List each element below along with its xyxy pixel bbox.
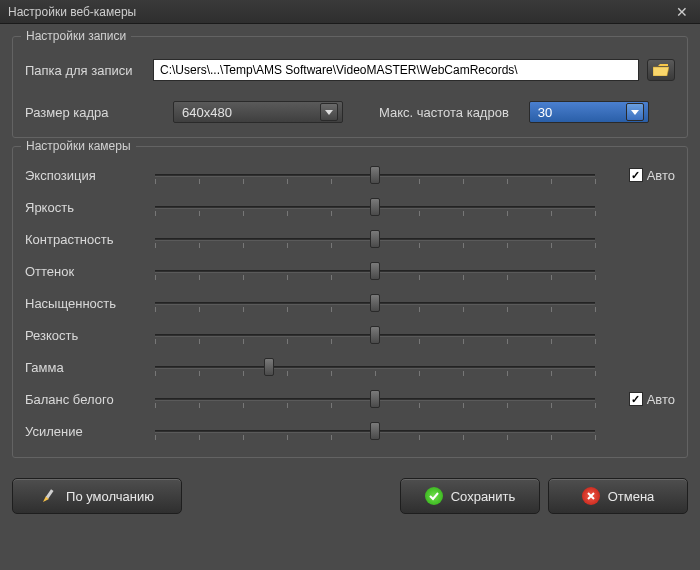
- frame-size-label: Размер кадра: [25, 105, 153, 120]
- slider-label: Усиление: [25, 424, 155, 439]
- auto-checkbox[interactable]: [629, 168, 643, 182]
- auto-label: Авто: [647, 392, 675, 407]
- save-label: Сохранить: [451, 489, 516, 504]
- slider[interactable]: [155, 323, 595, 347]
- camera-group-title: Настройки камеры: [21, 139, 136, 153]
- slider[interactable]: [155, 259, 595, 283]
- folder-label: Папка для записи: [25, 63, 153, 78]
- chevron-down-icon: [320, 103, 338, 121]
- slider[interactable]: [155, 227, 595, 251]
- recording-group-title: Настройки записи: [21, 29, 131, 43]
- slider[interactable]: [155, 291, 595, 315]
- chevron-down-icon: [626, 103, 644, 121]
- slider-label: Гамма: [25, 360, 155, 375]
- slider-row: Резкость: [25, 319, 675, 351]
- slider-thumb[interactable]: [370, 198, 380, 216]
- frame-size-value: 640x480: [182, 105, 232, 120]
- auto-checkbox[interactable]: [629, 392, 643, 406]
- frame-size-select[interactable]: 640x480: [173, 101, 343, 123]
- slider-thumb[interactable]: [370, 390, 380, 408]
- defaults-label: По умолчанию: [66, 489, 154, 504]
- brush-icon: [40, 487, 58, 505]
- svg-rect-0: [46, 489, 54, 498]
- check-icon: [425, 487, 443, 505]
- fps-label: Макс. частота кадров: [379, 105, 509, 120]
- close-icon[interactable]: ✕: [672, 4, 692, 20]
- window-title: Настройки веб-камеры: [8, 5, 136, 19]
- slider-thumb[interactable]: [370, 326, 380, 344]
- save-button[interactable]: Сохранить: [400, 478, 540, 514]
- slider-thumb[interactable]: [370, 230, 380, 248]
- slider-row: Насыщенность: [25, 287, 675, 319]
- slider-label: Яркость: [25, 200, 155, 215]
- cancel-button[interactable]: Отмена: [548, 478, 688, 514]
- recording-settings-group: Настройки записи Папка для записи Размер…: [12, 36, 688, 138]
- slider-label: Баланс белого: [25, 392, 155, 407]
- fps-value: 30: [538, 105, 552, 120]
- slider-row: Яркость: [25, 191, 675, 223]
- slider-label: Резкость: [25, 328, 155, 343]
- cancel-icon: [582, 487, 600, 505]
- slider-thumb[interactable]: [370, 166, 380, 184]
- slider-row: Гамма: [25, 351, 675, 383]
- slider-label: Оттенок: [25, 264, 155, 279]
- slider-thumb[interactable]: [370, 294, 380, 312]
- slider-thumb[interactable]: [370, 422, 380, 440]
- slider-thumb[interactable]: [370, 262, 380, 280]
- slider[interactable]: [155, 195, 595, 219]
- slider-label: Контрастность: [25, 232, 155, 247]
- slider-row: ЭкспозицияАвто: [25, 159, 675, 191]
- cancel-label: Отмена: [608, 489, 655, 504]
- slider-label: Насыщенность: [25, 296, 155, 311]
- slider-label: Экспозиция: [25, 168, 155, 183]
- fps-select[interactable]: 30: [529, 101, 649, 123]
- slider-row: Усиление: [25, 415, 675, 447]
- slider[interactable]: [155, 355, 595, 379]
- camera-settings-group: Настройки камеры ЭкспозицияАвтоЯркостьКо…: [12, 146, 688, 458]
- title-bar: Настройки веб-камеры ✕: [0, 0, 700, 24]
- slider-thumb[interactable]: [264, 358, 274, 376]
- slider-row: Контрастность: [25, 223, 675, 255]
- slider[interactable]: [155, 163, 595, 187]
- folder-input[interactable]: [153, 59, 639, 81]
- slider-row: Оттенок: [25, 255, 675, 287]
- auto-label: Авто: [647, 168, 675, 183]
- slider-row: Баланс белогоАвто: [25, 383, 675, 415]
- folder-icon: [653, 64, 669, 76]
- slider[interactable]: [155, 387, 595, 411]
- slider[interactable]: [155, 419, 595, 443]
- defaults-button[interactable]: По умолчанию: [12, 478, 182, 514]
- browse-button[interactable]: [647, 59, 675, 81]
